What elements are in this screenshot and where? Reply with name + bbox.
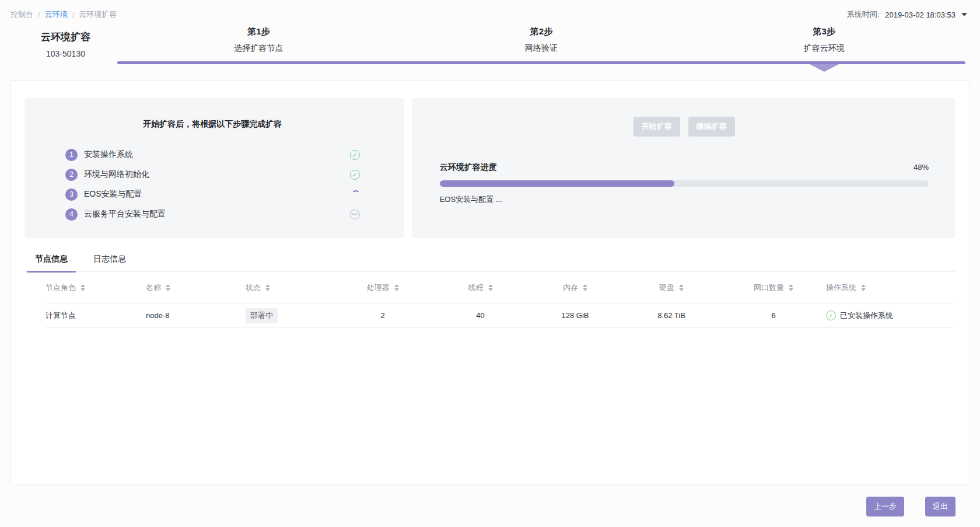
column-header-role[interactable]: 节点角色 [46, 282, 146, 293]
step-label: 扩容云环境 [682, 43, 965, 54]
footer-actions: 上一步 退出 [866, 497, 956, 516]
step-badge: 2 [65, 169, 78, 181]
cell-cpu: 2 [333, 311, 432, 320]
checklist-item-install-os: 1 安装操作系统 ✓ [65, 145, 360, 165]
checklist-item-label: EOS安装与配置 [84, 189, 352, 200]
sort-icon[interactable] [583, 284, 587, 291]
checklist-item-eos-install: 3 EOS安装与配置 [65, 184, 360, 204]
sort-icon[interactable] [488, 284, 493, 291]
previous-step-button[interactable]: 上一步 [866, 497, 904, 516]
cell-role: 计算节点 [46, 310, 146, 321]
wizard-step-3: 第3步 扩容云环境 [682, 26, 965, 54]
column-header-os[interactable]: 操作系统 [826, 282, 954, 293]
progress-status-text: EOS安装与配置 ... [440, 194, 929, 205]
cell-disk: 8.62 TiB [622, 311, 721, 320]
pending-ellipsis-icon: ••• [350, 210, 360, 219]
expansion-progress-panel: 开始扩容 继续扩容 云环境扩容进度 48% EOS安装与配置 ... [412, 98, 956, 238]
breadcrumb-item-console[interactable]: 控制台 [10, 9, 33, 20]
breadcrumb: 控制台 / 云环境 / 云环境扩容 [10, 9, 117, 20]
wizard-steps: 第1步 选择扩容节点 第2步 网络验证 第3步 扩容云环境 [117, 26, 965, 72]
sort-icon[interactable] [861, 284, 866, 291]
system-time-value: 2019-03-02 18:03:53 [885, 11, 956, 19]
checklist-item-network-init: 2 环境与网络初始化 ✓ [65, 165, 360, 184]
node-table: 节点角色 名称 状态 处理器 线程 内存 硬盘 网口数量 操作系统 计算节点 n… [46, 272, 954, 328]
checklist-item-label: 安装操作系统 [84, 149, 350, 160]
step-number: 第2步 [400, 26, 683, 37]
breadcrumb-item-current: 云环境扩容 [79, 9, 117, 20]
caret-down-icon[interactable] [961, 13, 967, 16]
sort-icon[interactable] [789, 284, 793, 291]
info-tabs: 节点信息 日志信息 [24, 254, 956, 272]
table-header-row: 节点角色 名称 状态 处理器 线程 内存 硬盘 网口数量 操作系统 [46, 272, 954, 303]
step-badge: 4 [65, 208, 78, 221]
cell-os: ✓ 已安装操作系统 [826, 310, 954, 321]
column-header-threads[interactable]: 线程 [432, 282, 528, 293]
checklist-item-label: 云服务平台安装与配置 [84, 209, 350, 219]
sort-icon[interactable] [80, 284, 85, 291]
exit-button[interactable]: 退出 [925, 497, 956, 516]
spinner-icon [352, 190, 360, 198]
progress-percent: 48% [914, 163, 929, 172]
current-step-arrow-icon [810, 64, 839, 72]
page-title-block: 云环境扩容 103-50130 [23, 30, 108, 58]
progress-bar-track [440, 180, 929, 187]
step-number: 第3步 [682, 26, 965, 37]
wizard-step-2: 第2步 网络验证 [400, 26, 683, 54]
sort-icon[interactable] [265, 284, 270, 291]
tab-log-info[interactable]: 日志信息 [93, 254, 126, 271]
page-title: 云环境扩容 [23, 30, 108, 44]
breadcrumb-item-cloud-env[interactable]: 云环境 [45, 9, 68, 20]
cell-threads: 40 [432, 311, 528, 320]
checklist-title: 开始扩容后，将根据以下步骤完成扩容 [65, 119, 360, 130]
column-header-disk[interactable]: 硬盘 [622, 282, 721, 293]
wizard-step-1: 第1步 选择扩容节点 [117, 26, 400, 54]
column-header-name[interactable]: 名称 [146, 282, 246, 293]
system-time-label: 系统时间: [847, 9, 880, 20]
column-header-memory[interactable]: 内存 [528, 282, 622, 293]
page: 控制台 / 云环境 / 云环境扩容 系统时间: 2019-03-02 18:03… [0, 0, 980, 527]
breadcrumb-separator: / [72, 11, 75, 19]
tab-node-info[interactable]: 节点信息 [35, 254, 68, 271]
breadcrumb-separator: / [38, 11, 40, 19]
step-number: 第1步 [117, 26, 400, 37]
main-card: 开始扩容后，将根据以下步骤完成扩容 1 安装操作系统 ✓ 2 环境与网络初始化 … [10, 80, 970, 484]
cell-memory: 128 GiB [528, 311, 622, 320]
status-badge: 部署中 [246, 308, 278, 323]
expansion-checklist-panel: 开始扩容后，将根据以下步骤完成扩容 1 安装操作系统 ✓ 2 环境与网络初始化 … [24, 98, 404, 238]
column-header-status[interactable]: 状态 [246, 282, 333, 293]
sort-icon[interactable] [394, 284, 399, 291]
sort-icon[interactable] [679, 284, 684, 291]
progress-fill [440, 180, 674, 187]
step-badge: 1 [65, 149, 78, 161]
cell-nics: 6 [721, 311, 826, 320]
system-time[interactable]: 系统时间: 2019-03-02 18:03:53 [847, 9, 967, 20]
page-subtitle: 103-50130 [23, 49, 108, 58]
os-status-text: 已安装操作系统 [840, 310, 893, 321]
sort-icon[interactable] [166, 284, 170, 291]
step-badge: 3 [65, 189, 78, 201]
progress-title: 云环境扩容进度 [440, 162, 497, 173]
cell-status: 部署中 [246, 308, 333, 323]
step-label: 网络验证 [400, 43, 683, 54]
continue-expansion-button[interactable]: 继续扩容 [688, 117, 735, 137]
cell-name: node-8 [146, 311, 246, 320]
check-circle-icon: ✓ [350, 150, 360, 160]
checklist-item-label: 环境与网络初始化 [84, 169, 350, 180]
check-circle-icon: ✓ [350, 170, 360, 180]
step-label: 选择扩容节点 [117, 43, 400, 54]
column-header-nics[interactable]: 网口数量 [721, 282, 826, 293]
checklist-item-cloud-platform: 4 云服务平台安装与配置 ••• [65, 204, 360, 224]
column-header-cpu[interactable]: 处理器 [333, 282, 432, 293]
table-row[interactable]: 计算节点 node-8 部署中 2 40 128 GiB 8.62 TiB 6 … [46, 303, 954, 328]
check-circle-icon: ✓ [826, 310, 836, 320]
start-expansion-button[interactable]: 开始扩容 [634, 117, 680, 137]
